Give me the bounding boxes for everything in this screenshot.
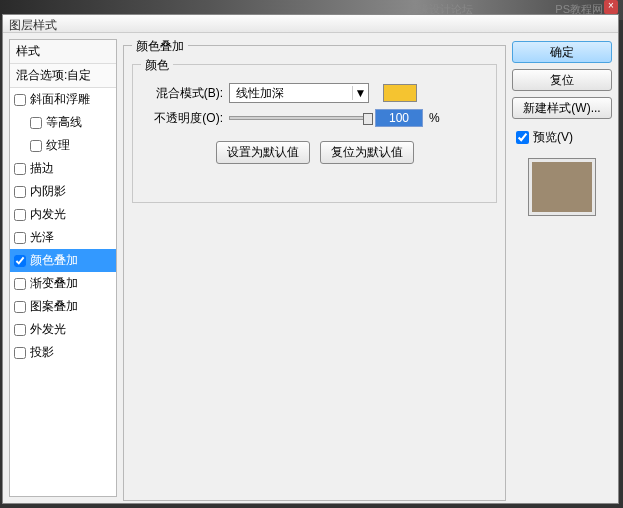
style-item[interactable]: 纹理	[10, 134, 116, 157]
sidebar-header[interactable]: 样式	[10, 40, 116, 64]
style-item[interactable]: 外发光	[10, 318, 116, 341]
layer-style-dialog: 图层样式 样式 混合选项:自定 斜面和浮雕等高线纹理描边内阴影内发光光泽颜色叠加…	[2, 14, 619, 504]
dialog-body: 样式 混合选项:自定 斜面和浮雕等高线纹理描边内阴影内发光光泽颜色叠加渐变叠加图…	[3, 33, 618, 503]
reset-button[interactable]: 复位	[512, 69, 612, 91]
color-overlay-group: 颜色叠加 颜色 混合模式(B): 线性加深 ▼ 不透	[123, 45, 506, 501]
style-checkbox[interactable]	[14, 255, 26, 267]
window-close-icon[interactable]: ×	[604, 0, 618, 14]
blend-mode-row: 混合模式(B): 线性加深 ▼	[143, 83, 486, 103]
set-default-button[interactable]: 设置为默认值	[216, 141, 310, 164]
dialog-title: 图层样式	[3, 15, 618, 33]
inner-title: 颜色	[141, 57, 173, 74]
style-checkbox[interactable]	[30, 117, 42, 129]
style-checkbox[interactable]	[14, 324, 26, 336]
opacity-slider[interactable]	[229, 116, 369, 120]
opacity-label: 不透明度(O):	[143, 110, 223, 127]
preview-swatch	[528, 158, 596, 216]
style-item-label: 斜面和浮雕	[30, 91, 90, 108]
group-title: 颜色叠加	[132, 38, 188, 55]
style-item[interactable]: 渐变叠加	[10, 272, 116, 295]
style-checkbox[interactable]	[14, 209, 26, 221]
style-item-label: 内发光	[30, 206, 66, 223]
style-checkbox[interactable]	[14, 301, 26, 313]
style-item-label: 投影	[30, 344, 54, 361]
style-checkbox[interactable]	[14, 347, 26, 359]
style-item[interactable]: 投影	[10, 341, 116, 364]
style-item[interactable]: 内发光	[10, 203, 116, 226]
ok-button[interactable]: 确定	[512, 41, 612, 63]
color-group: 颜色 混合模式(B): 线性加深 ▼ 不透明度(O):	[132, 64, 497, 203]
style-item-label: 光泽	[30, 229, 54, 246]
opacity-input[interactable]	[375, 109, 423, 127]
style-checkbox[interactable]	[14, 232, 26, 244]
new-style-button[interactable]: 新建样式(W)...	[512, 97, 612, 119]
style-checkbox[interactable]	[14, 186, 26, 198]
style-item[interactable]: 光泽	[10, 226, 116, 249]
style-item-label: 内阴影	[30, 183, 66, 200]
style-checkbox[interactable]	[30, 140, 42, 152]
style-item[interactable]: 等高线	[10, 111, 116, 134]
blend-mode-value: 线性加深	[230, 85, 352, 102]
blend-mode-label: 混合模式(B):	[143, 85, 223, 102]
color-swatch[interactable]	[383, 84, 417, 102]
slider-thumb[interactable]	[363, 113, 373, 125]
style-item[interactable]: 描边	[10, 157, 116, 180]
style-checkbox[interactable]	[14, 163, 26, 175]
style-item[interactable]: 图案叠加	[10, 295, 116, 318]
style-item[interactable]: 斜面和浮雕	[10, 88, 116, 111]
chevron-down-icon: ▼	[352, 86, 368, 100]
preview-label: 预览(V)	[533, 129, 573, 146]
default-buttons-row: 设置为默认值 复位为默认值	[143, 141, 486, 164]
style-item[interactable]: 内阴影	[10, 180, 116, 203]
style-item-label: 描边	[30, 160, 54, 177]
styles-sidebar: 样式 混合选项:自定 斜面和浮雕等高线纹理描边内阴影内发光光泽颜色叠加渐变叠加图…	[9, 39, 117, 497]
style-item-label: 颜色叠加	[30, 252, 78, 269]
style-item-label: 等高线	[46, 114, 82, 131]
sidebar-blend-options[interactable]: 混合选项:自定	[10, 64, 116, 88]
reset-default-button[interactable]: 复位为默认值	[320, 141, 414, 164]
style-item-label: 纹理	[46, 137, 70, 154]
opacity-row: 不透明度(O): %	[143, 109, 486, 127]
main-panel: 颜色叠加 颜色 混合模式(B): 线性加深 ▼ 不透	[123, 39, 506, 497]
style-item-label: 渐变叠加	[30, 275, 78, 292]
style-checkbox[interactable]	[14, 94, 26, 106]
right-panel: 确定 复位 新建样式(W)... 预览(V)	[512, 39, 612, 497]
preview-checkbox[interactable]	[516, 131, 529, 144]
blend-mode-select[interactable]: 线性加深 ▼	[229, 83, 369, 103]
style-item[interactable]: 颜色叠加	[10, 249, 116, 272]
style-checkbox[interactable]	[14, 278, 26, 290]
style-item-label: 外发光	[30, 321, 66, 338]
opacity-unit: %	[429, 111, 440, 125]
style-list: 斜面和浮雕等高线纹理描边内阴影内发光光泽颜色叠加渐变叠加图案叠加外发光投影	[10, 88, 116, 364]
style-item-label: 图案叠加	[30, 298, 78, 315]
preview-checkbox-row[interactable]: 预览(V)	[512, 129, 612, 146]
